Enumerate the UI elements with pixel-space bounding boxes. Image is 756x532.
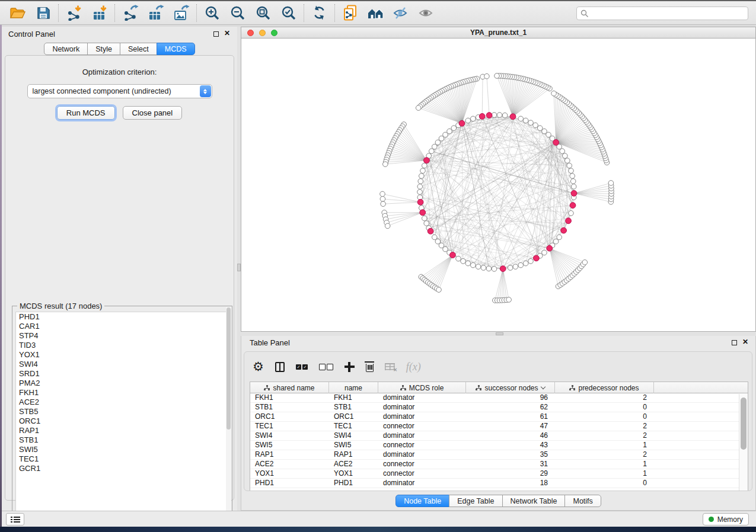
- result-node-item[interactable]: FKH1: [16, 388, 228, 398]
- table-row[interactable]: ACE2ACE2connector311: [250, 460, 748, 469]
- import-table-button[interactable]: [87, 3, 112, 23]
- select-stepper-icon[interactable]: [200, 85, 211, 97]
- table-cell: 0: [555, 412, 654, 421]
- float-panel-icon[interactable]: [213, 31, 219, 37]
- tab-mcds[interactable]: MCDS: [157, 43, 195, 55]
- export-table-button[interactable]: [143, 3, 168, 23]
- column-tree-icon: [476, 385, 481, 390]
- table-row[interactable]: ORC1ORC1dominator610: [250, 412, 748, 422]
- result-node-item[interactable]: YOX1: [16, 350, 228, 360]
- float-panel-icon[interactable]: [732, 340, 737, 345]
- table-row[interactable]: FKH1FKH1dominator962: [250, 393, 748, 403]
- zoom-in-button[interactable]: [199, 3, 225, 23]
- table-row[interactable]: TEC1TEC1connector472: [250, 422, 748, 431]
- export-network-button[interactable]: [117, 3, 143, 23]
- toolbar-separator: [304, 4, 304, 22]
- table-cell: dominator: [378, 393, 466, 402]
- maximize-window-traffic-light[interactable]: [271, 30, 277, 36]
- show-eye-button[interactable]: [414, 3, 439, 23]
- table-row[interactable]: SWI4SWI4dominator462: [250, 431, 748, 441]
- open-file-button[interactable]: [5, 3, 30, 23]
- save-session-button[interactable]: [30, 3, 56, 23]
- result-node-item[interactable]: STP4: [16, 331, 228, 341]
- horizontal-splitter[interactable]: [241, 332, 756, 336]
- split-columns-icon[interactable]: [275, 362, 285, 372]
- memory-button[interactable]: Memory: [703, 513, 749, 525]
- tab-select[interactable]: Select: [120, 43, 157, 55]
- minimize-window-traffic-light[interactable]: [259, 30, 266, 36]
- result-node-item[interactable]: PMA2: [16, 379, 228, 388]
- close-panel-button[interactable]: Close panel: [123, 106, 183, 120]
- sort-dropdown-icon[interactable]: [540, 384, 545, 389]
- table-cell: FKH1: [329, 393, 378, 402]
- export-image-button[interactable]: [168, 3, 194, 23]
- network-canvas[interactable]: [241, 39, 755, 331]
- result-node-item[interactable]: TID3: [16, 341, 228, 350]
- close-panel-icon[interactable]: ✕: [224, 29, 230, 37]
- search-input[interactable]: [576, 7, 748, 20]
- column-header-label: successor nodes: [484, 384, 538, 392]
- settings-gear-icon[interactable]: [253, 361, 264, 373]
- run-mcds-button[interactable]: Run MCDS: [57, 106, 115, 120]
- optimization-criterion-select[interactable]: largest connected component (undirected): [27, 84, 212, 98]
- result-node-item[interactable]: SWI5: [16, 445, 228, 454]
- tab-network[interactable]: Network: [44, 43, 88, 55]
- table-row[interactable]: SWI5SWI5connector431: [250, 441, 748, 450]
- result-node-item[interactable]: STB5: [16, 407, 228, 416]
- task-history-button[interactable]: [6, 513, 24, 525]
- table-scrollbar-thumb[interactable]: [741, 398, 747, 450]
- result-node-item[interactable]: ORC1: [16, 416, 228, 426]
- optimization-criterion-label: Optimization criterion:: [5, 68, 234, 76]
- horizontal-splitter-handle[interactable]: [496, 332, 503, 335]
- tab-network-table[interactable]: Network Table: [502, 495, 566, 507]
- table-cell: ACE2: [250, 460, 329, 469]
- result-node-item[interactable]: SRD1: [16, 369, 228, 379]
- tab-motifs[interactable]: Motifs: [564, 495, 601, 507]
- network-window-titlebar[interactable]: YPA_prune.txt_1: [241, 27, 755, 39]
- tab-edge-table[interactable]: Edge Table: [449, 495, 502, 507]
- table-cell: 35: [466, 450, 555, 459]
- close-window-traffic-light[interactable]: [247, 30, 254, 36]
- add-column-icon[interactable]: [344, 362, 355, 372]
- import-network-button[interactable]: [61, 3, 87, 23]
- result-node-item[interactable]: STB1: [16, 435, 228, 445]
- deselect-all-icon[interactable]: [319, 364, 333, 370]
- zoom-out-button[interactable]: [225, 3, 250, 23]
- mcds-result-list[interactable]: PHD1CAR1STP4TID3YOX1SWI4SRD1PMA2FKH1ACE2…: [15, 312, 229, 523]
- result-scrollbar[interactable]: [226, 307, 231, 524]
- table-row[interactable]: RAP1RAP1dominator352: [250, 450, 748, 460]
- result-node-item[interactable]: GCR1: [16, 464, 228, 473]
- result-scrollbar-thumb[interactable]: [227, 307, 231, 430]
- column-header-predecessor-nodes[interactable]: predecessor nodes: [555, 382, 654, 393]
- result-node-item[interactable]: PHD1: [16, 312, 228, 322]
- close-panel-icon[interactable]: ✕: [742, 338, 748, 346]
- share-document-button[interactable]: [337, 3, 363, 23]
- memory-label: Memory: [717, 515, 743, 524]
- column-header-successor-nodes[interactable]: successor nodes: [466, 382, 555, 393]
- result-node-item[interactable]: RAP1: [16, 426, 228, 435]
- table-cell: YOX1: [329, 469, 378, 478]
- result-node-item[interactable]: CAR1: [16, 322, 228, 331]
- tab-style[interactable]: Style: [87, 43, 120, 55]
- toolbar-separator: [114, 4, 115, 22]
- zoom-fit-button[interactable]: [250, 3, 276, 23]
- result-node-item[interactable]: TEC1: [16, 454, 228, 464]
- refresh-button[interactable]: [307, 3, 332, 23]
- network-window-title: YPA_prune.txt_1: [241, 27, 755, 38]
- column-header-shared-name[interactable]: shared name: [250, 382, 329, 393]
- neighborhood-houses-button[interactable]: [363, 3, 388, 23]
- export-image-icon: [173, 5, 190, 21]
- column-header-name[interactable]: name: [329, 382, 378, 393]
- result-node-item[interactable]: ACE2: [16, 398, 228, 407]
- zoom-selected-button[interactable]: [276, 3, 301, 23]
- column-header-mcds-role[interactable]: MCDS role: [378, 382, 466, 393]
- select-all-icon[interactable]: [296, 364, 308, 370]
- table-row[interactable]: PHD1PHD1dominator180: [250, 479, 748, 488]
- hide-selected-button[interactable]: [388, 3, 414, 23]
- table-scrollbar[interactable]: [739, 394, 748, 491]
- table-row[interactable]: YOX1YOX1connector291: [250, 469, 748, 479]
- result-node-item[interactable]: SWI4: [16, 360, 228, 369]
- delete-column-icon[interactable]: [366, 364, 374, 372]
- table-row[interactable]: STB1STB1dominator620: [250, 403, 748, 412]
- tab-node-table[interactable]: Node Table: [395, 495, 449, 507]
